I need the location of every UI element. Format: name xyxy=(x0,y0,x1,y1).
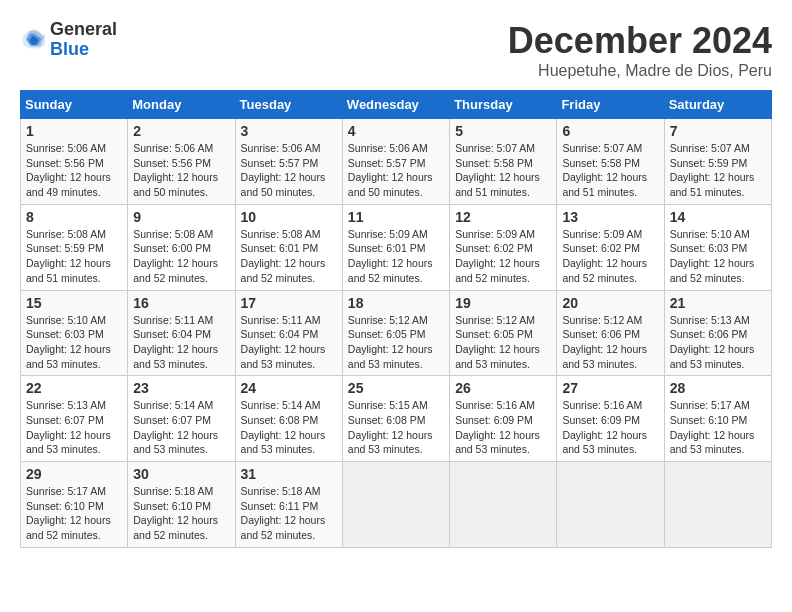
day-info: Sunrise: 5:13 AM Sunset: 6:06 PM Dayligh… xyxy=(670,313,766,372)
calendar-day-cell: 16Sunrise: 5:11 AM Sunset: 6:04 PM Dayli… xyxy=(128,290,235,376)
weekday-header: Friday xyxy=(557,91,664,119)
day-number: 7 xyxy=(670,123,766,139)
day-number: 24 xyxy=(241,380,337,396)
day-number: 25 xyxy=(348,380,444,396)
day-number: 18 xyxy=(348,295,444,311)
calendar-day-cell: 8Sunrise: 5:08 AM Sunset: 5:59 PM Daylig… xyxy=(21,204,128,290)
day-number: 3 xyxy=(241,123,337,139)
calendar-day-cell: 2Sunrise: 5:06 AM Sunset: 5:56 PM Daylig… xyxy=(128,119,235,205)
day-info: Sunrise: 5:10 AM Sunset: 6:03 PM Dayligh… xyxy=(670,227,766,286)
day-number: 10 xyxy=(241,209,337,225)
day-info: Sunrise: 5:14 AM Sunset: 6:08 PM Dayligh… xyxy=(241,398,337,457)
calendar-table: SundayMondayTuesdayWednesdayThursdayFrid… xyxy=(20,90,772,548)
calendar-day-cell: 4Sunrise: 5:06 AM Sunset: 5:57 PM Daylig… xyxy=(342,119,449,205)
calendar-day-cell: 30Sunrise: 5:18 AM Sunset: 6:10 PM Dayli… xyxy=(128,462,235,548)
day-info: Sunrise: 5:07 AM Sunset: 5:59 PM Dayligh… xyxy=(670,141,766,200)
day-number: 13 xyxy=(562,209,658,225)
logo-blue-text: Blue xyxy=(50,39,89,59)
calendar-header-row: SundayMondayTuesdayWednesdayThursdayFrid… xyxy=(21,91,772,119)
day-number: 9 xyxy=(133,209,229,225)
calendar-day-cell: 29Sunrise: 5:17 AM Sunset: 6:10 PM Dayli… xyxy=(21,462,128,548)
calendar-day-cell: 3Sunrise: 5:06 AM Sunset: 5:57 PM Daylig… xyxy=(235,119,342,205)
day-number: 15 xyxy=(26,295,122,311)
logo: General Blue xyxy=(20,20,117,60)
weekday-header: Wednesday xyxy=(342,91,449,119)
weekday-header: Monday xyxy=(128,91,235,119)
calendar-day-cell: 23Sunrise: 5:14 AM Sunset: 6:07 PM Dayli… xyxy=(128,376,235,462)
day-info: Sunrise: 5:12 AM Sunset: 6:05 PM Dayligh… xyxy=(455,313,551,372)
day-info: Sunrise: 5:11 AM Sunset: 6:04 PM Dayligh… xyxy=(133,313,229,372)
day-info: Sunrise: 5:09 AM Sunset: 6:02 PM Dayligh… xyxy=(455,227,551,286)
day-number: 4 xyxy=(348,123,444,139)
calendar-day-cell: 5Sunrise: 5:07 AM Sunset: 5:58 PM Daylig… xyxy=(450,119,557,205)
day-info: Sunrise: 5:09 AM Sunset: 6:01 PM Dayligh… xyxy=(348,227,444,286)
weekday-header: Thursday xyxy=(450,91,557,119)
day-info: Sunrise: 5:09 AM Sunset: 6:02 PM Dayligh… xyxy=(562,227,658,286)
day-info: Sunrise: 5:12 AM Sunset: 6:06 PM Dayligh… xyxy=(562,313,658,372)
day-number: 29 xyxy=(26,466,122,482)
day-number: 20 xyxy=(562,295,658,311)
page-header: General Blue December 2024 Huepetuhe, Ma… xyxy=(20,20,772,80)
calendar-day-cell: 21Sunrise: 5:13 AM Sunset: 6:06 PM Dayli… xyxy=(664,290,771,376)
calendar-day-cell: 27Sunrise: 5:16 AM Sunset: 6:09 PM Dayli… xyxy=(557,376,664,462)
calendar-day-cell: 11Sunrise: 5:09 AM Sunset: 6:01 PM Dayli… xyxy=(342,204,449,290)
day-number: 5 xyxy=(455,123,551,139)
day-info: Sunrise: 5:16 AM Sunset: 6:09 PM Dayligh… xyxy=(562,398,658,457)
day-info: Sunrise: 5:06 AM Sunset: 5:57 PM Dayligh… xyxy=(241,141,337,200)
day-number: 27 xyxy=(562,380,658,396)
day-number: 6 xyxy=(562,123,658,139)
day-number: 14 xyxy=(670,209,766,225)
weekday-header: Saturday xyxy=(664,91,771,119)
calendar-day-cell: 20Sunrise: 5:12 AM Sunset: 6:06 PM Dayli… xyxy=(557,290,664,376)
calendar-week-row: 15Sunrise: 5:10 AM Sunset: 6:03 PM Dayli… xyxy=(21,290,772,376)
day-number: 31 xyxy=(241,466,337,482)
calendar-week-row: 29Sunrise: 5:17 AM Sunset: 6:10 PM Dayli… xyxy=(21,462,772,548)
logo-icon xyxy=(20,26,48,54)
day-number: 12 xyxy=(455,209,551,225)
day-info: Sunrise: 5:06 AM Sunset: 5:56 PM Dayligh… xyxy=(26,141,122,200)
calendar-day-cell: 10Sunrise: 5:08 AM Sunset: 6:01 PM Dayli… xyxy=(235,204,342,290)
weekday-header: Sunday xyxy=(21,91,128,119)
calendar-day-cell: 18Sunrise: 5:12 AM Sunset: 6:05 PM Dayli… xyxy=(342,290,449,376)
day-number: 22 xyxy=(26,380,122,396)
calendar-day-cell: 22Sunrise: 5:13 AM Sunset: 6:07 PM Dayli… xyxy=(21,376,128,462)
calendar-day-cell: 6Sunrise: 5:07 AM Sunset: 5:58 PM Daylig… xyxy=(557,119,664,205)
day-number: 17 xyxy=(241,295,337,311)
day-info: Sunrise: 5:17 AM Sunset: 6:10 PM Dayligh… xyxy=(670,398,766,457)
day-info: Sunrise: 5:14 AM Sunset: 6:07 PM Dayligh… xyxy=(133,398,229,457)
day-number: 21 xyxy=(670,295,766,311)
calendar-day-cell xyxy=(450,462,557,548)
day-info: Sunrise: 5:06 AM Sunset: 5:57 PM Dayligh… xyxy=(348,141,444,200)
calendar-day-cell: 28Sunrise: 5:17 AM Sunset: 6:10 PM Dayli… xyxy=(664,376,771,462)
day-number: 30 xyxy=(133,466,229,482)
day-number: 16 xyxy=(133,295,229,311)
calendar-day-cell: 7Sunrise: 5:07 AM Sunset: 5:59 PM Daylig… xyxy=(664,119,771,205)
calendar-day-cell: 9Sunrise: 5:08 AM Sunset: 6:00 PM Daylig… xyxy=(128,204,235,290)
day-info: Sunrise: 5:18 AM Sunset: 6:11 PM Dayligh… xyxy=(241,484,337,543)
day-number: 26 xyxy=(455,380,551,396)
calendar-week-row: 8Sunrise: 5:08 AM Sunset: 5:59 PM Daylig… xyxy=(21,204,772,290)
day-number: 1 xyxy=(26,123,122,139)
weekday-header: Tuesday xyxy=(235,91,342,119)
day-info: Sunrise: 5:07 AM Sunset: 5:58 PM Dayligh… xyxy=(562,141,658,200)
day-info: Sunrise: 5:08 AM Sunset: 6:00 PM Dayligh… xyxy=(133,227,229,286)
day-info: Sunrise: 5:15 AM Sunset: 6:08 PM Dayligh… xyxy=(348,398,444,457)
day-info: Sunrise: 5:16 AM Sunset: 6:09 PM Dayligh… xyxy=(455,398,551,457)
calendar-day-cell: 14Sunrise: 5:10 AM Sunset: 6:03 PM Dayli… xyxy=(664,204,771,290)
logo-general-text: General xyxy=(50,19,117,39)
calendar-day-cell: 25Sunrise: 5:15 AM Sunset: 6:08 PM Dayli… xyxy=(342,376,449,462)
day-info: Sunrise: 5:07 AM Sunset: 5:58 PM Dayligh… xyxy=(455,141,551,200)
day-info: Sunrise: 5:11 AM Sunset: 6:04 PM Dayligh… xyxy=(241,313,337,372)
day-number: 2 xyxy=(133,123,229,139)
day-number: 8 xyxy=(26,209,122,225)
title-area: December 2024 Huepetuhe, Madre de Dios, … xyxy=(508,20,772,80)
day-number: 28 xyxy=(670,380,766,396)
calendar-day-cell: 13Sunrise: 5:09 AM Sunset: 6:02 PM Dayli… xyxy=(557,204,664,290)
calendar-day-cell: 26Sunrise: 5:16 AM Sunset: 6:09 PM Dayli… xyxy=(450,376,557,462)
day-info: Sunrise: 5:13 AM Sunset: 6:07 PM Dayligh… xyxy=(26,398,122,457)
calendar-day-cell: 15Sunrise: 5:10 AM Sunset: 6:03 PM Dayli… xyxy=(21,290,128,376)
day-info: Sunrise: 5:12 AM Sunset: 6:05 PM Dayligh… xyxy=(348,313,444,372)
day-info: Sunrise: 5:08 AM Sunset: 5:59 PM Dayligh… xyxy=(26,227,122,286)
calendar-day-cell: 12Sunrise: 5:09 AM Sunset: 6:02 PM Dayli… xyxy=(450,204,557,290)
calendar-day-cell xyxy=(557,462,664,548)
